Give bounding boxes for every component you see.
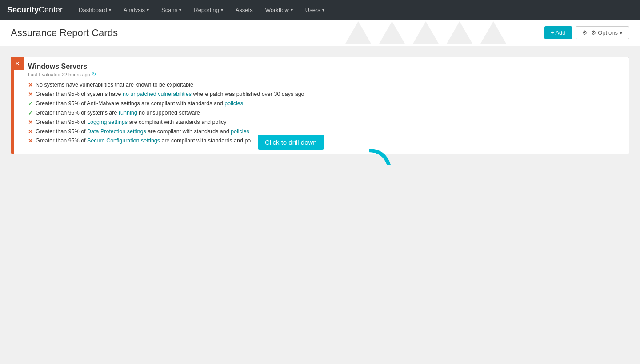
fail-icon-4: ✕ [28,128,33,135]
arc-card-subtitle: Last Evaluated 22 hours ago ↻ [28,71,622,77]
brand-name1: Security [7,5,39,14]
options-label: ⚙ Options [591,29,618,36]
arc-item-1: ✕ No systems have vulnerabilities that a… [28,82,622,88]
header-decorative-shapes [345,20,507,44]
shape-3 [412,21,439,44]
nav-reporting[interactable]: Reporting ▾ [188,0,228,20]
add-button[interactable]: + Add [544,26,572,39]
link-secure-config[interactable]: Secure Configuration settings [87,138,160,144]
arc-card-title: Windows Servers [28,63,622,71]
arc-item-2: ✕ Greater than 95% of systems have no un… [28,91,622,98]
fail-icon-1: ✕ [28,82,33,88]
header-actions: + Add ⚙ ⚙ Options ▾ [544,26,629,39]
nav-scans[interactable]: Scans ▾ [156,0,187,20]
refresh-icon[interactable]: ↻ [92,71,96,77]
pass-icon-2: ✓ [28,110,33,116]
options-button[interactable]: ⚙ ⚙ Options ▾ [576,26,629,39]
link-policies-1[interactable]: policies [224,100,243,107]
chevron-down-icon: ▾ [620,29,623,36]
brand-name2: Center [39,5,63,14]
page-title: Assurance Report Cards [11,27,118,39]
pass-icon-1: ✓ [28,100,33,107]
nav-assets[interactable]: Assets [230,0,258,20]
shape-1 [345,21,372,44]
nav-analysis[interactable]: Analysis ▾ [118,0,154,20]
nav-users[interactable]: Users ▾ [300,0,330,20]
main-content: ✕ Windows Servers Last Evaluated 22 hour… [0,46,640,165]
fail-icon-5: ✕ [28,138,33,144]
brand-logo: SecurityCenter [7,5,63,15]
arc-item-3: ✓ Greater than 95% of Anti-Malware setti… [28,100,622,107]
arc-item-6: ✕ Greater than 95% of Data Protection se… [28,128,622,135]
top-navigation: SecurityCenter Dashboard ▾ Analysis ▾ Sc… [0,0,640,20]
arc-item-5: ✕ Greater than 95% of Logging settings a… [28,119,622,126]
arc-card-last-evaluated: Last Evaluated 22 hours ago [28,72,90,77]
link-running[interactable]: running [119,110,137,116]
drill-tooltip: Click to drill down [258,135,324,150]
gear-icon: ⚙ [582,29,588,36]
shape-2 [379,21,405,44]
arc-item-7: ✕ Greater than 95% of Secure Configurati… [28,138,622,144]
link-logging[interactable]: Logging settings [87,119,128,125]
nav-items: Dashboard ▾ Analysis ▾ Scans ▾ Reporting… [73,0,330,20]
shape-4 [446,21,473,44]
shape-5 [480,21,507,44]
link-data-protection[interactable]: Data Protection settings [87,128,146,135]
fail-icon-3: ✕ [28,119,33,126]
link-policies-2[interactable]: policies [231,128,249,135]
page-header: Assurance Report Cards + Add ⚙ ⚙ Options… [0,20,640,46]
link-unpatched[interactable]: no unpatched vulnerabilities [123,91,192,97]
nav-workflow[interactable]: Workflow ▾ [260,0,298,20]
drill-arrow [364,146,400,165]
nav-dashboard[interactable]: Dashboard ▾ [73,0,116,20]
arc-card-close-button[interactable]: ✕ [11,57,24,70]
arc-item-4: ✓ Greater than 95% of systems are runnin… [28,110,622,116]
fail-icon-2: ✕ [28,91,33,98]
